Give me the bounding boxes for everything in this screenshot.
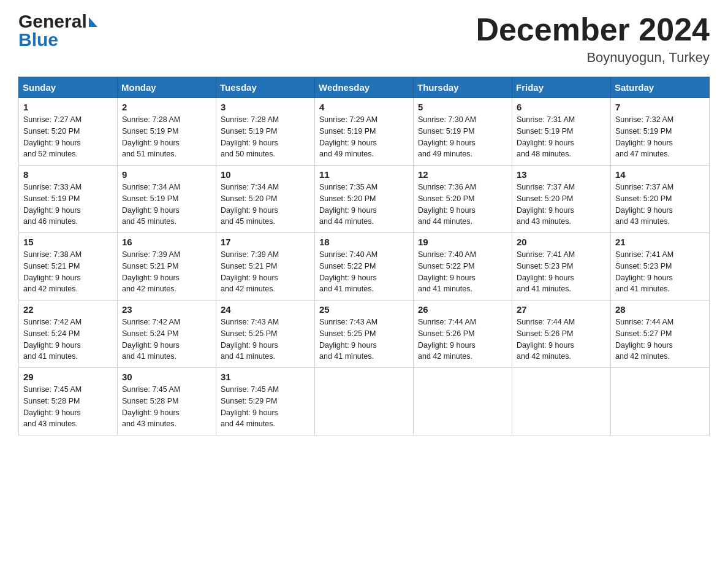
day-info: Sunrise: 7:38 AM Sunset: 5:21 PM Dayligh… [23,249,113,295]
sunset-label: Sunset: 5:23 PM [517,262,573,270]
table-row: 16 Sunrise: 7:39 AM Sunset: 5:21 PM Dayl… [118,233,216,301]
day-info: Sunrise: 7:42 AM Sunset: 5:24 PM Dayligh… [23,316,113,362]
sunset-label: Sunset: 5:24 PM [122,329,178,338]
day-number: 2 [122,102,211,112]
sunset-label: Sunset: 5:21 PM [23,262,80,270]
table-row: 13 Sunrise: 7:37 AM Sunset: 5:20 PM Dayl… [512,166,611,233]
day-number: 20 [517,237,606,247]
daylight-label: Daylight: 9 hoursand 42 minutes. [517,341,574,361]
day-number: 12 [418,169,507,180]
table-row: 30 Sunrise: 7:45 AM Sunset: 5:28 PM Dayl… [118,368,216,435]
daylight-label: Daylight: 9 hoursand 42 minutes. [615,341,673,361]
table-row [315,368,414,435]
day-info: Sunrise: 7:34 AM Sunset: 5:20 PM Dayligh… [221,182,310,228]
daylight-label: Daylight: 9 hoursand 44 minutes. [418,206,476,226]
table-row: 20 Sunrise: 7:41 AM Sunset: 5:23 PM Dayl… [512,233,611,301]
sunrise-label: Sunrise: 7:28 AM [122,115,180,124]
sunrise-label: Sunrise: 7:42 AM [122,318,180,326]
table-row: 24 Sunrise: 7:43 AM Sunset: 5:25 PM Dayl… [216,301,315,368]
day-info: Sunrise: 7:40 AM Sunset: 5:22 PM Dayligh… [418,249,507,295]
day-number: 28 [615,304,705,315]
sunrise-label: Sunrise: 7:31 AM [517,115,575,124]
sunrise-label: Sunrise: 7:43 AM [221,318,279,326]
table-row [414,368,512,435]
sunrise-label: Sunrise: 7:34 AM [221,183,279,191]
sunrise-label: Sunrise: 7:36 AM [418,183,476,191]
table-row: 12 Sunrise: 7:36 AM Sunset: 5:20 PM Dayl… [414,166,512,233]
day-info: Sunrise: 7:35 AM Sunset: 5:20 PM Dayligh… [319,182,409,228]
daylight-label: Daylight: 9 hoursand 41 minutes. [418,274,476,294]
calendar-header-row: Sunday Monday Tuesday Wednesday Thursday… [19,77,710,98]
sunset-label: Sunset: 5:27 PM [615,329,672,338]
day-number: 6 [517,102,606,112]
sunset-label: Sunset: 5:20 PM [319,194,376,203]
table-row: 28 Sunrise: 7:44 AM Sunset: 5:27 PM Dayl… [611,301,710,368]
page-header: General Blue December 2024 Boynuyogun, T… [18,12,710,66]
sunrise-label: Sunrise: 7:35 AM [319,183,377,191]
col-friday: Friday [512,77,611,98]
location: Boynuyogun, Turkey [476,50,710,66]
table-row: 14 Sunrise: 7:37 AM Sunset: 5:20 PM Dayl… [611,166,710,233]
sunset-label: Sunset: 5:19 PM [221,127,277,136]
day-number: 25 [319,304,409,315]
day-number: 4 [319,102,409,112]
sunset-label: Sunset: 5:19 PM [122,127,178,136]
day-info: Sunrise: 7:44 AM Sunset: 5:27 PM Dayligh… [615,316,705,362]
daylight-label: Daylight: 9 hoursand 48 minutes. [517,139,574,159]
day-number: 29 [23,372,113,382]
day-number: 7 [615,102,705,112]
logo-arrow-icon [89,17,97,27]
sunset-label: Sunset: 5:26 PM [517,329,573,338]
day-number: 9 [122,169,211,180]
day-number: 17 [221,237,310,247]
daylight-label: Daylight: 9 hoursand 49 minutes. [418,139,476,159]
day-info: Sunrise: 7:32 AM Sunset: 5:19 PM Dayligh… [615,114,705,160]
sunrise-label: Sunrise: 7:40 AM [319,250,377,259]
day-info: Sunrise: 7:28 AM Sunset: 5:19 PM Dayligh… [221,114,310,160]
day-info: Sunrise: 7:37 AM Sunset: 5:20 PM Dayligh… [517,182,606,228]
day-number: 26 [418,304,507,315]
day-number: 18 [319,237,409,247]
day-info: Sunrise: 7:45 AM Sunset: 5:28 PM Dayligh… [122,384,211,430]
day-number: 30 [122,372,211,382]
day-number: 5 [418,102,507,112]
day-info: Sunrise: 7:43 AM Sunset: 5:25 PM Dayligh… [221,316,310,362]
table-row: 9 Sunrise: 7:34 AM Sunset: 5:19 PM Dayli… [118,166,216,233]
daylight-label: Daylight: 9 hoursand 52 minutes. [23,139,81,159]
sunrise-label: Sunrise: 7:30 AM [418,115,476,124]
day-number: 31 [221,372,310,382]
day-info: Sunrise: 7:45 AM Sunset: 5:29 PM Dayligh… [221,384,310,430]
col-wednesday: Wednesday [315,77,414,98]
title-block: December 2024 Boynuyogun, Turkey [476,12,710,66]
daylight-label: Daylight: 9 hoursand 41 minutes. [319,274,377,294]
table-row: 2 Sunrise: 7:28 AM Sunset: 5:19 PM Dayli… [118,98,216,166]
day-number: 16 [122,237,211,247]
daylight-label: Daylight: 9 hoursand 41 minutes. [23,341,81,361]
sunrise-label: Sunrise: 7:44 AM [418,318,476,326]
daylight-label: Daylight: 9 hoursand 41 minutes. [517,274,574,294]
day-info: Sunrise: 7:28 AM Sunset: 5:19 PM Dayligh… [122,114,211,160]
sunset-label: Sunset: 5:20 PM [221,194,277,203]
daylight-label: Daylight: 9 hoursand 44 minutes. [319,206,377,226]
day-number: 15 [23,237,113,247]
sunset-label: Sunset: 5:19 PM [122,194,178,203]
month-title: December 2024 [476,12,710,47]
sunrise-label: Sunrise: 7:33 AM [23,183,82,191]
sunrise-label: Sunrise: 7:40 AM [418,250,476,259]
sunrise-label: Sunrise: 7:44 AM [615,318,673,326]
table-row: 7 Sunrise: 7:32 AM Sunset: 5:19 PM Dayli… [611,98,710,166]
col-thursday: Thursday [414,77,512,98]
sunset-label: Sunset: 5:19 PM [23,194,80,203]
daylight-label: Daylight: 9 hoursand 41 minutes. [221,341,278,361]
sunset-label: Sunset: 5:21 PM [221,262,277,270]
sunrise-label: Sunrise: 7:29 AM [319,115,377,124]
daylight-label: Daylight: 9 hoursand 41 minutes. [122,341,180,361]
sunrise-label: Sunrise: 7:41 AM [615,250,673,259]
day-number: 8 [23,169,113,180]
table-row: 6 Sunrise: 7:31 AM Sunset: 5:19 PM Dayli… [512,98,611,166]
table-row: 18 Sunrise: 7:40 AM Sunset: 5:22 PM Dayl… [315,233,414,301]
daylight-label: Daylight: 9 hoursand 42 minutes. [122,274,180,294]
table-row: 4 Sunrise: 7:29 AM Sunset: 5:19 PM Dayli… [315,98,414,166]
logo-general: General [18,12,87,31]
sunset-label: Sunset: 5:21 PM [122,262,178,270]
